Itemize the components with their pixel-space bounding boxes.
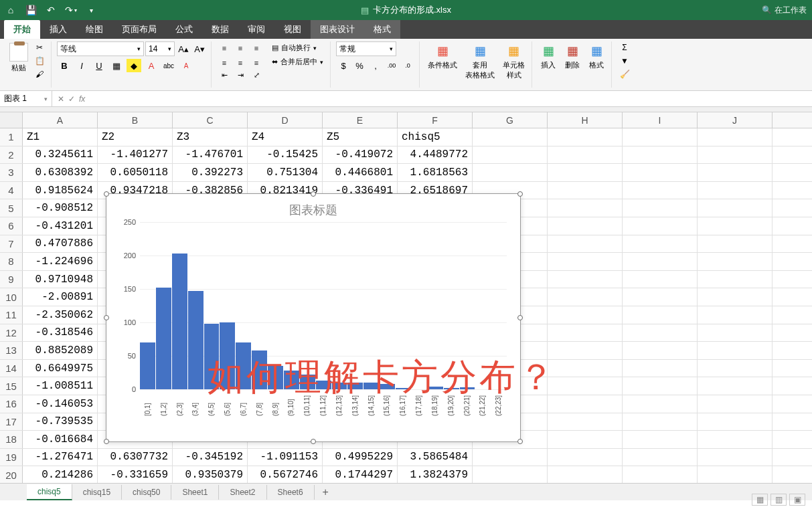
- chart-bar[interactable]: [188, 291, 204, 389]
- align-bottom-icon[interactable]: ≡: [249, 41, 264, 55]
- row-header[interactable]: 4: [0, 182, 23, 199]
- row-header[interactable]: 17: [0, 413, 23, 431]
- row-header[interactable]: 10: [0, 288, 23, 306]
- cell[interactable]: [698, 395, 773, 413]
- cell[interactable]: chisq5: [398, 128, 473, 146]
- font-size-select[interactable]: 14▾: [145, 41, 175, 56]
- format-button[interactable]: ▦格式: [586, 41, 607, 72]
- increase-font-icon[interactable]: A▴: [176, 42, 191, 56]
- sheet-tab-chisq15[interactable]: chisq15: [72, 485, 122, 500]
- cell[interactable]: [548, 164, 623, 181]
- cell[interactable]: [548, 377, 623, 395]
- save-icon[interactable]: 💾: [25, 5, 36, 15]
- copy-icon[interactable]: 📋: [32, 55, 47, 67]
- clear-icon[interactable]: 🧹: [617, 68, 632, 80]
- add-sheet-button[interactable]: +: [315, 484, 337, 501]
- cell[interactable]: 0.214286: [23, 466, 98, 484]
- cell[interactable]: [548, 324, 623, 342]
- cell[interactable]: [548, 253, 623, 270]
- row-header[interactable]: 9: [0, 271, 23, 288]
- search-icon[interactable]: 🔍: [762, 5, 772, 15]
- qat-customize-icon[interactable]: ▾: [86, 5, 96, 15]
- cell[interactable]: -0.016684: [23, 431, 98, 448]
- cell[interactable]: [623, 182, 698, 199]
- cell[interactable]: [548, 128, 623, 146]
- cell[interactable]: 0.5672746: [248, 466, 323, 484]
- cell[interactable]: -0.15425: [248, 146, 323, 164]
- increase-decimal-icon[interactable]: .00: [384, 59, 399, 72]
- cell[interactable]: [548, 395, 623, 413]
- cell[interactable]: [623, 253, 698, 270]
- redo-icon[interactable]: ↷: [66, 5, 76, 15]
- cell[interactable]: [698, 217, 773, 235]
- row-header[interactable]: 3: [0, 164, 23, 181]
- cell[interactable]: [473, 128, 548, 146]
- formula-input[interactable]: [90, 91, 812, 106]
- cell[interactable]: [473, 449, 548, 466]
- delete-button[interactable]: ▦删除: [562, 41, 583, 72]
- menu-审阅[interactable]: 审阅: [238, 20, 274, 39]
- cell[interactable]: 0.9350379: [173, 466, 248, 484]
- row-header[interactable]: 6: [0, 217, 23, 235]
- sheet-tab-chisq50[interactable]: chisq50: [122, 485, 171, 500]
- col-header-B[interactable]: B: [98, 112, 173, 128]
- comma-icon[interactable]: ,: [368, 59, 383, 72]
- insert-button[interactable]: ▦插入: [538, 41, 559, 72]
- sheet-tab-chisq5[interactable]: chisq5: [27, 484, 72, 500]
- cell[interactable]: 0.6649975: [23, 360, 98, 377]
- col-header-A[interactable]: A: [23, 112, 98, 128]
- cell[interactable]: [623, 199, 698, 217]
- menu-图表设计[interactable]: 图表设计: [311, 20, 364, 39]
- row-header[interactable]: 13: [0, 342, 23, 359]
- row-header[interactable]: 2: [0, 146, 23, 164]
- orientation-icon[interactable]: ⤢: [249, 71, 264, 80]
- cell[interactable]: [548, 413, 623, 431]
- cell[interactable]: [548, 431, 623, 448]
- cell[interactable]: [548, 199, 623, 217]
- chart-object[interactable]: 图表标题 050100150200250 [0,1](1,2](2,3](3,4…: [106, 193, 521, 442]
- cell[interactable]: -1.224696: [23, 253, 98, 270]
- cell[interactable]: -2.350062: [23, 306, 98, 324]
- cell[interactable]: [623, 128, 698, 146]
- cell[interactable]: 0.3245611: [23, 146, 98, 164]
- cell[interactable]: [698, 360, 773, 377]
- cell[interactable]: [473, 466, 548, 484]
- cell[interactable]: 0.392273: [173, 164, 248, 181]
- cell[interactable]: [473, 164, 548, 181]
- fill-color-button[interactable]: ◆: [127, 59, 141, 72]
- menu-页面布局[interactable]: 页面布局: [112, 20, 166, 39]
- cell[interactable]: [698, 253, 773, 270]
- cell[interactable]: 0.6050118: [98, 164, 173, 181]
- col-header-E[interactable]: E: [323, 112, 398, 128]
- chart-title[interactable]: 图表标题: [106, 194, 520, 222]
- currency-icon[interactable]: $: [336, 59, 351, 72]
- border-button[interactable]: ▦: [109, 59, 124, 72]
- cell[interactable]: Z2: [98, 128, 173, 146]
- align-center-icon[interactable]: ≡: [233, 56, 248, 70]
- cell[interactable]: 0.8852089: [23, 342, 98, 359]
- cell[interactable]: -0.419072: [323, 146, 398, 164]
- cell[interactable]: [698, 235, 773, 253]
- search-placeholder[interactable]: 在工作表: [775, 5, 807, 16]
- col-header-D[interactable]: D: [248, 112, 323, 128]
- cell[interactable]: -0.146053: [23, 395, 98, 413]
- menu-视图[interactable]: 视图: [274, 20, 311, 39]
- bold-button[interactable]: B: [57, 59, 72, 72]
- cell[interactable]: [623, 288, 698, 306]
- cell[interactable]: 0.9185624: [23, 182, 98, 199]
- cell[interactable]: [698, 128, 773, 146]
- align-right-icon[interactable]: ≡: [249, 56, 264, 70]
- col-header-G[interactable]: G: [473, 112, 548, 128]
- cell[interactable]: [698, 449, 773, 466]
- chart-bar[interactable]: [172, 254, 187, 389]
- cell[interactable]: [623, 395, 698, 413]
- undo-icon[interactable]: ↶: [46, 5, 56, 15]
- italic-button[interactable]: I: [74, 59, 89, 72]
- row-header[interactable]: 11: [0, 306, 23, 324]
- cell[interactable]: [623, 271, 698, 288]
- wrap-text-button[interactable]: ▤自动换行▾: [269, 41, 326, 54]
- cell[interactable]: Z1: [23, 128, 98, 146]
- cell[interactable]: Z4: [248, 128, 323, 146]
- menu-绘图[interactable]: 绘图: [76, 20, 112, 39]
- percent-icon[interactable]: %: [352, 59, 367, 72]
